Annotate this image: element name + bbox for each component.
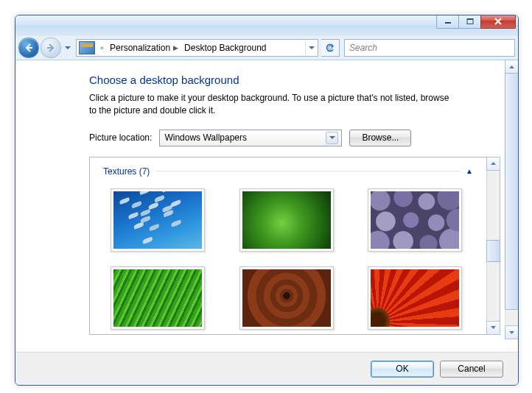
minimize-button[interactable] bbox=[436, 15, 459, 29]
scroll-thumb[interactable] bbox=[486, 240, 500, 262]
wallpaper-image bbox=[371, 269, 459, 327]
picture-location-label: Picture location: bbox=[89, 132, 152, 143]
svg-rect-0 bbox=[445, 22, 451, 24]
picture-location-row: Picture location: Windows Wallpapers Bro… bbox=[89, 130, 500, 146]
breadcrumb-label: Personalization bbox=[110, 43, 170, 53]
arrow-left-icon bbox=[24, 43, 34, 53]
search-input[interactable]: Search bbox=[344, 39, 515, 57]
dialog-window: « Personalization▶ Desktop Background Se… bbox=[15, 15, 519, 386]
titlebar bbox=[15, 15, 518, 36]
search-placeholder: Search bbox=[349, 43, 377, 53]
wallpaper-thumb[interactable] bbox=[111, 266, 205, 330]
wallpaper-image bbox=[113, 269, 202, 327]
group-label: Textures (7) bbox=[103, 166, 150, 177]
page-title: Choose a desktop background bbox=[89, 74, 500, 86]
chevron-up-icon bbox=[509, 66, 514, 68]
address-dropdown[interactable] bbox=[305, 40, 318, 56]
dialog-footer: OK Cancel bbox=[15, 352, 518, 385]
chevron-up-icon bbox=[491, 162, 496, 165]
thumbnail-grid bbox=[103, 188, 473, 330]
location-icon bbox=[79, 41, 95, 54]
scroll-track[interactable] bbox=[487, 170, 500, 322]
wallpaper-thumb[interactable] bbox=[239, 266, 334, 330]
ok-button[interactable]: OK bbox=[371, 361, 434, 378]
chevron-down-icon bbox=[309, 46, 315, 50]
maximize-button[interactable] bbox=[458, 15, 481, 29]
svg-rect-2 bbox=[467, 18, 473, 20]
collapse-icon[interactable]: ▲ bbox=[466, 167, 473, 175]
address-bar[interactable]: « Personalization▶ Desktop Background bbox=[76, 39, 318, 57]
wallpaper-thumb[interactable] bbox=[368, 266, 462, 330]
maximize-icon bbox=[466, 18, 474, 24]
close-button[interactable] bbox=[480, 15, 516, 29]
cancel-button[interactable]: Cancel bbox=[440, 361, 503, 378]
back-button[interactable] bbox=[18, 38, 39, 58]
breadcrumb-back[interactable]: « bbox=[97, 44, 107, 52]
breadcrumb-personalization[interactable]: Personalization▶ bbox=[107, 43, 181, 53]
content-area: Choose a desktop background Click a pict… bbox=[15, 60, 518, 352]
nav-toolbar: « Personalization▶ Desktop Background Se… bbox=[15, 36, 518, 60]
scroll-up-button[interactable] bbox=[486, 157, 500, 171]
wallpaper-image bbox=[242, 269, 331, 327]
select-value: Windows Wallpapers bbox=[164, 132, 247, 143]
scroll-down-button[interactable] bbox=[486, 321, 500, 335]
window-controls bbox=[437, 15, 516, 29]
chevron-down-icon bbox=[509, 331, 514, 334]
minimize-icon bbox=[444, 18, 452, 24]
scroll-track[interactable] bbox=[505, 73, 518, 326]
page-scrollbar[interactable] bbox=[505, 60, 518, 339]
wallpaper-image bbox=[242, 191, 331, 249]
chevron-down-icon bbox=[491, 326, 496, 329]
breadcrumb-label: Desktop Background bbox=[184, 43, 266, 53]
wallpaper-thumb[interactable] bbox=[239, 188, 334, 252]
group-header-textures[interactable]: Textures (7) ▲ bbox=[103, 166, 473, 177]
wallpaper-image bbox=[113, 191, 202, 249]
refresh-icon bbox=[325, 43, 335, 53]
picture-location-select[interactable]: Windows Wallpapers bbox=[159, 130, 342, 146]
nav-history-dropdown[interactable] bbox=[63, 40, 73, 55]
browse-button[interactable]: Browse... bbox=[349, 130, 411, 146]
forward-button[interactable] bbox=[41, 38, 61, 58]
wallpaper-gallery: Textures (7) ▲ bbox=[89, 157, 500, 335]
scroll-up-button[interactable] bbox=[505, 60, 519, 74]
page-description: Click a picture to make it your desktop … bbox=[89, 92, 458, 118]
scroll-thumb[interactable] bbox=[505, 73, 519, 310]
arrow-right-icon bbox=[46, 43, 56, 53]
scroll-down-button[interactable] bbox=[505, 325, 519, 339]
breadcrumb-desktop-background[interactable]: Desktop Background bbox=[181, 43, 269, 53]
refresh-button[interactable] bbox=[321, 39, 340, 57]
chevron-down-icon bbox=[326, 132, 338, 144]
chevron-down-icon bbox=[65, 46, 71, 50]
wallpaper-image bbox=[371, 191, 459, 249]
close-icon bbox=[494, 18, 503, 25]
wallpaper-thumb[interactable] bbox=[368, 188, 462, 252]
divider bbox=[155, 171, 460, 171]
wallpaper-thumb[interactable] bbox=[111, 188, 205, 252]
gallery-scrollbar[interactable] bbox=[486, 157, 500, 334]
